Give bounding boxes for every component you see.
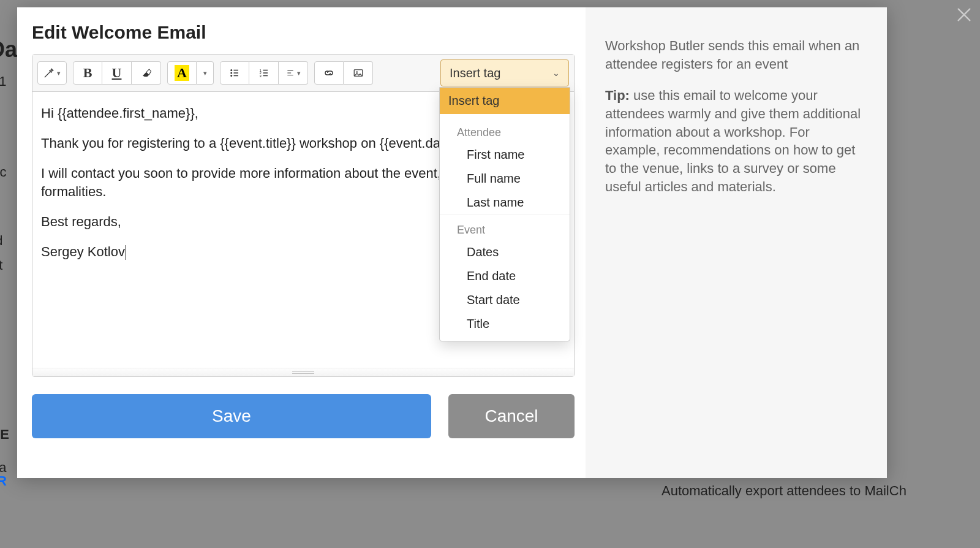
- dropdown-item-start-date[interactable]: Start date: [440, 288, 570, 312]
- chevron-down-icon: ⌄: [552, 68, 560, 78]
- edit-welcome-email-modal: Edit Welcome Email B U A ▾: [17, 7, 887, 478]
- bullet-list-icon: [229, 67, 240, 78]
- numbered-list-button[interactable]: 123: [249, 61, 279, 85]
- text-color-dropdown-button[interactable]: ▾: [197, 61, 214, 85]
- magic-wand-icon: [43, 67, 55, 78]
- close-icon: [956, 6, 973, 23]
- svg-text:3: 3: [259, 74, 262, 78]
- dropdown-item-end-date[interactable]: End date: [440, 264, 570, 288]
- dropdown-item-last-name[interactable]: Last name: [440, 191, 570, 215]
- align-icon: [286, 69, 295, 77]
- insert-link-button[interactable]: [314, 61, 344, 85]
- dropdown-section-event: Event: [440, 215, 570, 240]
- dropdown-item-title[interactable]: Title: [440, 312, 570, 336]
- bg-text: Automatically export attendees to MailCh: [662, 483, 907, 499]
- eraser-icon: [141, 67, 152, 78]
- editor-resize-handle[interactable]: [32, 368, 574, 376]
- dropdown-section-attendee: Attendee: [440, 118, 570, 143]
- help-intro: Workshop Butler sends this email when an…: [605, 37, 865, 73]
- link-icon: [323, 67, 334, 78]
- tip-body: use this email to welcome your attendees…: [605, 88, 861, 194]
- text-color-icon: A: [175, 65, 189, 81]
- tip-label: Tip:: [605, 88, 630, 103]
- bg-text: Da: [0, 37, 17, 63]
- dropdown-item-full-name[interactable]: Full name: [440, 167, 570, 191]
- svg-point-2: [230, 75, 232, 77]
- magic-style-button[interactable]: [37, 61, 67, 85]
- chevron-down-icon: ▾: [203, 69, 207, 77]
- modal-title: Edit Welcome Email: [32, 22, 575, 43]
- bg-text: rtit: [0, 257, 2, 273]
- bg-text: 01: [0, 74, 6, 89]
- insert-tag-select: Insert tag ⌄ Insert tag Attendee First n…: [440, 59, 569, 86]
- cancel-button[interactable]: Cancel: [448, 394, 575, 438]
- bold-button[interactable]: B: [73, 61, 102, 85]
- clear-format-button[interactable]: [132, 61, 161, 85]
- grip-icon: [292, 371, 314, 374]
- underline-icon: U: [112, 65, 122, 81]
- bg-text: , E: [0, 427, 9, 443]
- insert-image-button[interactable]: [344, 61, 373, 85]
- modal-help-panel: Workshop Butler sends this email when an…: [586, 7, 887, 478]
- modal-main: Edit Welcome Email B U A ▾: [17, 7, 586, 478]
- image-icon: [353, 67, 364, 78]
- underline-button[interactable]: U: [102, 61, 132, 85]
- bg-text: OR: [0, 473, 7, 489]
- help-tip: Tip: use this email to welcome your atte…: [605, 86, 865, 196]
- text-caret: [126, 245, 126, 260]
- paragraph-align-button[interactable]: [279, 61, 308, 85]
- modal-actions: Save Cancel: [32, 394, 575, 438]
- dropdown-item-dates[interactable]: Dates: [440, 240, 570, 264]
- svg-point-0: [230, 69, 232, 71]
- svg-point-7: [356, 71, 357, 72]
- bullet-list-button[interactable]: [220, 61, 249, 85]
- dropdown-item-active[interactable]: Insert tag: [440, 88, 570, 114]
- dropdown-item-first-name[interactable]: First name: [440, 143, 570, 167]
- insert-tag-label: Insert tag: [450, 66, 500, 80]
- numbered-list-icon: 123: [258, 67, 270, 78]
- bg-text: rec: [0, 164, 7, 180]
- close-button[interactable]: [956, 6, 973, 23]
- save-button[interactable]: Save: [32, 394, 431, 438]
- editor-toolbar: B U A ▾ 123: [32, 55, 574, 92]
- insert-tag-dropdown: Insert tag Attendee First name Full name…: [439, 87, 570, 341]
- bold-icon: B: [83, 65, 92, 81]
- svg-point-1: [230, 72, 232, 74]
- insert-tag-button[interactable]: Insert tag ⌄: [440, 59, 569, 86]
- bg-text: ed: [0, 233, 2, 249]
- rich-text-editor: B U A ▾ 123: [32, 54, 575, 377]
- text-color-button[interactable]: A: [167, 61, 197, 85]
